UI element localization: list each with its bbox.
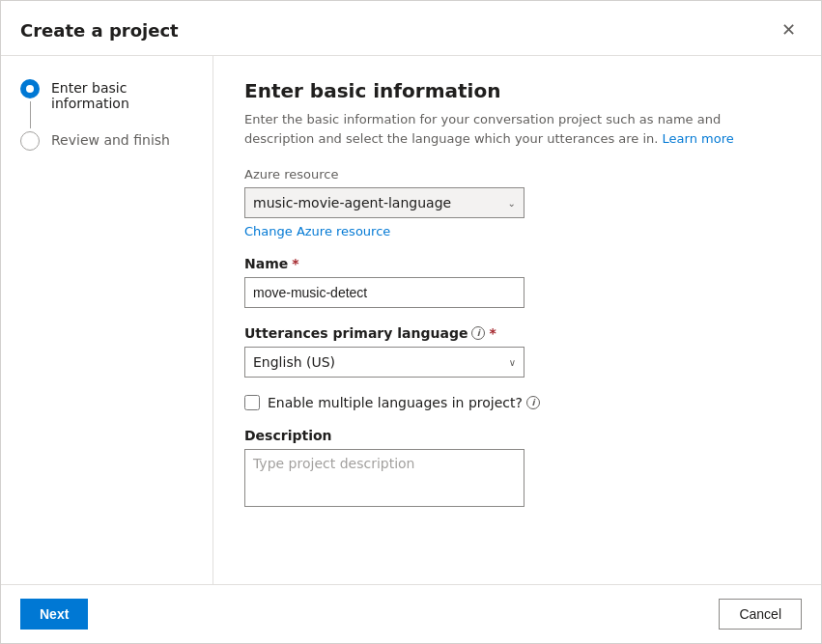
dialog-title: Create a project — [20, 20, 179, 41]
close-icon: ✕ — [781, 19, 796, 41]
main-content: Enter basic information Enter the basic … — [213, 56, 821, 584]
step-2-connector — [20, 131, 40, 151]
language-dropdown[interactable]: English (US) ∨ — [244, 347, 524, 378]
step-2-row: Review and finish — [20, 131, 193, 151]
change-azure-resource-link[interactable]: Change Azure resource — [244, 224, 390, 238]
multiple-languages-info-icon: i — [526, 396, 540, 409]
azure-resource-group: Azure resource music-movie-agent-languag… — [244, 167, 790, 238]
azure-resource-label: Azure resource — [244, 167, 790, 182]
footer-left-actions: Next — [20, 599, 88, 630]
name-field-group: Name * — [244, 256, 790, 308]
step-connector-line — [30, 101, 31, 128]
step-1-label: Enter basic information — [51, 79, 193, 111]
description-label: Description — [244, 428, 790, 443]
language-chevron-icon: ∨ — [509, 357, 516, 368]
language-info-icon: i — [471, 326, 485, 340]
steps-panel: Enter basic information Review and finis… — [1, 56, 213, 584]
cancel-button[interactable]: Cancel — [719, 599, 802, 630]
description-input[interactable] — [244, 449, 524, 507]
next-button[interactable]: Next — [20, 599, 88, 630]
dialog-header: Create a project ✕ — [1, 1, 821, 56]
language-required-star: * — [489, 325, 496, 341]
name-label: Name * — [244, 256, 790, 271]
dialog-footer: Next Cancel — [1, 584, 821, 643]
chevron-down-icon: ⌄ — [508, 198, 516, 209]
azure-resource-dropdown[interactable]: music-movie-agent-language ⌄ — [244, 187, 524, 218]
step-2-circle — [20, 131, 40, 151]
description-field-group: Description — [244, 428, 790, 510]
description-text: Enter the basic information for your con… — [244, 112, 721, 146]
step-1-row: Enter basic information — [20, 79, 193, 131]
name-input[interactable] — [244, 277, 524, 308]
multiple-languages-checkbox[interactable] — [244, 395, 260, 410]
step-1-connector — [20, 79, 40, 131]
azure-resource-value: music-movie-agent-language — [253, 195, 451, 210]
name-label-text: Name — [244, 256, 288, 271]
description-label-text: Description — [244, 428, 332, 443]
language-label: Utterances primary language i * — [244, 325, 790, 341]
dialog-body: Enter basic information Review and finis… — [1, 56, 821, 584]
step-1-circle — [20, 79, 40, 98]
step-2-label: Review and finish — [51, 131, 170, 148]
close-button[interactable]: ✕ — [775, 16, 802, 43]
language-value: English (US) — [253, 354, 335, 370]
learn-more-link[interactable]: Learn more — [663, 131, 734, 146]
content-title: Enter basic information — [244, 79, 790, 102]
content-description: Enter the basic information for your con… — [244, 110, 790, 148]
multiple-languages-text: Enable multiple languages in project? — [268, 395, 523, 410]
create-project-dialog: Create a project ✕ Enter basic informati… — [0, 0, 822, 644]
name-required-star: * — [292, 256, 298, 271]
language-label-text: Utterances primary language — [244, 325, 468, 341]
multiple-languages-row: Enable multiple languages in project? i — [244, 395, 790, 410]
multiple-languages-label: Enable multiple languages in project? i — [268, 395, 540, 410]
language-field-group: Utterances primary language i * English … — [244, 325, 790, 378]
